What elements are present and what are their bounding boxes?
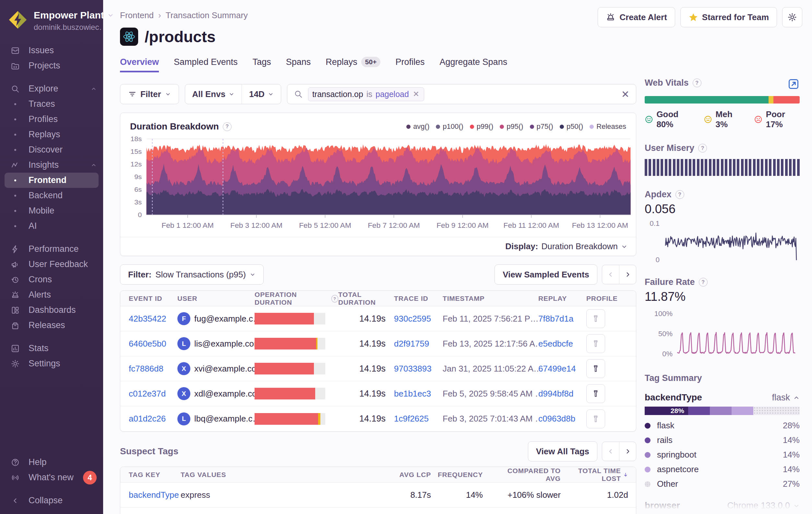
date-range-selector[interactable]: 14D xyxy=(241,84,281,104)
sidebar-item-frontend[interactable]: Frontend xyxy=(4,173,98,188)
event-id-link[interactable]: a01d2c26 xyxy=(129,414,177,424)
view-all-tags-button[interactable]: View All Tags xyxy=(528,441,597,461)
tab-spans[interactable]: Spans xyxy=(286,57,311,72)
sidebar-item-settings[interactable]: Settings xyxy=(0,356,103,371)
replay-link[interactable]: c0963d8b xyxy=(538,414,586,424)
pager-prev-button[interactable] xyxy=(602,442,619,461)
replay-link[interactable]: 7f8b7d1a xyxy=(538,314,586,324)
pager-prev-button[interactable] xyxy=(602,265,619,284)
duration-breakdown-title: Duration Breakdown ? xyxy=(130,121,232,132)
tag-key-link[interactable]: backendType xyxy=(129,490,181,500)
trace-id-link[interactable]: be1b1ec3 xyxy=(394,389,443,399)
chevron-up-icon xyxy=(91,162,97,168)
profile-button[interactable] xyxy=(586,309,605,328)
tag-distribution-bar[interactable]: 28% xyxy=(645,407,800,415)
legend-p50[interactable]: p50() xyxy=(560,122,583,131)
tab-aggregate-spans[interactable]: Aggregate Spans xyxy=(440,57,508,72)
list-item[interactable]: aspnetcore14% xyxy=(645,462,800,477)
list-item[interactable]: rails14% xyxy=(645,433,800,448)
sidebar-item-crons[interactable]: Crons xyxy=(0,272,103,287)
sort-descending-icon[interactable] xyxy=(623,471,628,478)
external-link-icon[interactable] xyxy=(787,78,800,90)
help-circle-icon[interactable]: ? xyxy=(699,278,707,287)
sidebar-item-issues[interactable]: Issues xyxy=(0,43,103,58)
tag-value-selector[interactable]: Chrome 133.0.0 xyxy=(727,501,800,511)
pager-next-button[interactable] xyxy=(619,442,636,461)
sidebar-item-discover[interactable]: Discover xyxy=(0,142,103,157)
list-item[interactable]: springboot14% xyxy=(645,448,800,462)
search-token[interactable]: transaction.op is pageload ✕ xyxy=(308,87,424,101)
sidebar-item-user-feedback[interactable]: User Feedback xyxy=(0,257,103,272)
help-circle-icon[interactable]: ? xyxy=(698,144,707,153)
trace-id-link[interactable]: d2f91759 xyxy=(394,339,443,349)
legend-releases[interactable]: Releases xyxy=(589,122,626,131)
sidebar-item-ai[interactable]: AI xyxy=(0,218,103,234)
org-switcher[interactable]: Empower Plant dominik.buszowiec… xyxy=(0,0,103,40)
sidebar-item-alerts[interactable]: Alerts xyxy=(0,287,103,302)
trace-id-link[interactable]: 930c2595 xyxy=(394,314,443,324)
profile-button[interactable] xyxy=(586,384,605,403)
legend-p100[interactable]: p100() xyxy=(436,122,463,131)
sidebar-item-help[interactable]: Help xyxy=(0,455,103,470)
event-id-link[interactable]: 42b35422 xyxy=(129,314,177,324)
sidebar-item-releases[interactable]: Releases xyxy=(0,318,103,333)
legend-avg[interactable]: avg() xyxy=(406,122,429,131)
help-circle-icon[interactable]: ? xyxy=(675,190,684,199)
avatar: F xyxy=(177,312,190,325)
sidebar-item-replays[interactable]: Replays xyxy=(0,127,103,142)
legend-p95[interactable]: p95() xyxy=(500,122,523,131)
sidebar-item-traces[interactable]: Traces xyxy=(0,97,103,112)
tab-overview[interactable]: Overview xyxy=(120,57,159,72)
sidebar-item-backend[interactable]: Backend xyxy=(0,188,103,203)
transactions-filter-button[interactable]: Filter: Slow Transactions (p95) xyxy=(120,265,264,285)
sidebar-item-dashboards[interactable]: Dashboards xyxy=(0,302,103,318)
breadcrumb-frontend[interactable]: Frontend xyxy=(120,10,154,21)
tag-summary-title: Tag Summary xyxy=(645,373,800,383)
legend-p99[interactable]: p99() xyxy=(470,122,493,131)
starred-for-team-button[interactable]: Starred for Team xyxy=(680,7,777,27)
display-selector[interactable]: Display: Duration Breakdown xyxy=(120,237,636,256)
profile-button[interactable] xyxy=(586,359,605,378)
sidebar-item-whats-new[interactable]: What's new 4 xyxy=(0,470,103,485)
svg-text:9s: 9s xyxy=(134,173,142,181)
replay-link[interactable]: e5edbcfe xyxy=(538,339,586,349)
sidebar-group-insights[interactable]: Insights xyxy=(0,157,103,173)
event-id-link[interactable]: c012e37d xyxy=(129,389,177,399)
tab-profiles[interactable]: Profiles xyxy=(395,57,425,72)
sidebar-item-projects[interactable]: Projects xyxy=(0,58,103,73)
sidebar-item-performance[interactable]: Performance xyxy=(0,241,103,257)
tab-sampled-events[interactable]: Sampled Events xyxy=(174,57,238,72)
environment-selector[interactable]: All Envs xyxy=(185,84,242,104)
sidebar-item-profiles[interactable]: Profiles xyxy=(0,112,103,127)
token-remove-icon[interactable]: ✕ xyxy=(412,89,420,99)
list-item[interactable]: Other27% xyxy=(645,477,800,491)
event-id-link[interactable]: fc7886d8 xyxy=(129,364,177,374)
profile-button[interactable] xyxy=(586,409,605,428)
help-circle-icon[interactable]: ? xyxy=(331,295,338,302)
search-input[interactable]: transaction.op is pageload ✕ ✕ xyxy=(287,84,636,104)
list-item[interactable]: flask28% xyxy=(645,418,800,433)
sidebar-item-stats[interactable]: Stats xyxy=(0,341,103,356)
user-misery-title: User Misery ? xyxy=(645,143,800,153)
env-period-group: All Envs 14D xyxy=(185,84,281,104)
legend-p75[interactable]: p75() xyxy=(530,122,553,131)
sidebar-collapse-button[interactable]: Collapse xyxy=(0,493,103,508)
tag-value-selector[interactable]: flask xyxy=(772,393,800,403)
trace-id-link[interactable]: 1c9f2625 xyxy=(394,414,443,424)
help-circle-icon[interactable]: ? xyxy=(693,79,701,87)
replay-link[interactable]: d994bf8d xyxy=(538,389,586,399)
help-circle-icon[interactable]: ? xyxy=(223,122,232,131)
pager-next-button[interactable] xyxy=(619,265,636,284)
profile-button[interactable] xyxy=(586,334,605,353)
sidebar-group-explore[interactable]: Explore xyxy=(0,81,103,97)
filter-button[interactable]: Filter xyxy=(120,84,179,104)
search-clear-icon[interactable]: ✕ xyxy=(621,88,630,100)
sidebar-item-mobile[interactable]: Mobile xyxy=(0,203,103,218)
event-id-link[interactable]: 6460e5b0 xyxy=(129,339,177,349)
tab-tags[interactable]: Tags xyxy=(253,57,271,72)
tab-replays[interactable]: Replays50+ xyxy=(326,57,380,72)
view-sampled-events-button[interactable]: View Sampled Events xyxy=(495,265,597,285)
trace-id-link[interactable]: 97033893 xyxy=(394,364,443,374)
replay-link[interactable]: 67499e14 xyxy=(538,364,586,374)
summary-settings-button[interactable] xyxy=(782,7,802,27)
